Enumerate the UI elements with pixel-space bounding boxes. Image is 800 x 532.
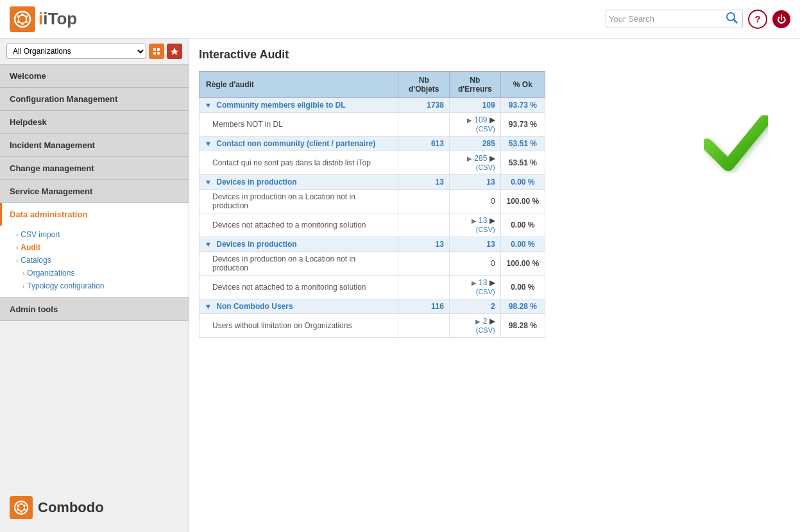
power-button[interactable]: ⏻ bbox=[772, 10, 790, 28]
org-selector: All Organizations bbox=[0, 38, 189, 65]
sub1-1-csv[interactable]: (CSV) bbox=[476, 125, 495, 133]
sidebar-welcome-header[interactable]: Welcome bbox=[0, 65, 189, 87]
sub-row-1-1: Members NOT in DL ▶ 109 ▶ (CSV) 93.73 % bbox=[200, 113, 545, 137]
sub2-1-link[interactable]: 285 bbox=[474, 154, 487, 163]
group5-toggle[interactable]: ▼ bbox=[205, 303, 212, 310]
svg-line-14 bbox=[734, 20, 737, 23]
sub4-2-csv[interactable]: (CSV) bbox=[476, 288, 495, 295]
org-icon-button-1[interactable] bbox=[149, 44, 164, 59]
group1-toggle[interactable]: ▼ bbox=[205, 101, 212, 109]
help-button[interactable]: ? bbox=[748, 10, 767, 29]
group4-label-cell: ▼ Devices in production bbox=[200, 237, 398, 252]
org-label: Organizations bbox=[27, 269, 74, 278]
group-row-3: ▼ Devices in production 13 13 0.00 % bbox=[200, 175, 545, 190]
sidebar-admin-tools-header[interactable]: Admin tools bbox=[0, 298, 189, 320]
sidebar-data-admin-header[interactable]: Data administration bbox=[0, 203, 189, 226]
sub-row-3-2: Devices not attached to a monitoring sol… bbox=[200, 213, 545, 237]
sub3-2-nb-erreurs: ▶ 13 ▶ (CSV) bbox=[449, 213, 500, 237]
group1-pct: 93.73 % bbox=[500, 98, 545, 113]
col-header-pct: % Ok bbox=[500, 72, 545, 98]
sub4-1-label: Devices in production on a Location not … bbox=[200, 252, 398, 276]
sidebar-item-organizations[interactable]: › Organizations bbox=[19, 267, 189, 279]
org-icon-button-2[interactable] bbox=[167, 44, 182, 59]
typo-arrow: › bbox=[22, 283, 24, 290]
sub4-2-link[interactable]: 13 bbox=[479, 278, 487, 287]
group4-label: Devices in production bbox=[216, 240, 296, 249]
sub-row-4-1: Devices in production on a Location not … bbox=[200, 252, 545, 276]
group4-toggle[interactable]: ▼ bbox=[205, 240, 212, 248]
search-input[interactable] bbox=[609, 14, 724, 24]
audit-label: Audit bbox=[21, 243, 40, 252]
sidebar-config-header[interactable]: Configuration Management bbox=[0, 88, 189, 110]
sidebar-section-welcome: Welcome bbox=[0, 65, 189, 88]
page-title: Interactive Audit bbox=[199, 48, 790, 62]
sub5-1-link[interactable]: 2 bbox=[483, 317, 488, 326]
sub3-2-nb-objets bbox=[398, 213, 449, 237]
sidebar-change-header[interactable]: Change management bbox=[0, 157, 189, 179]
combodo-logo-icon bbox=[10, 496, 33, 519]
sub3-2-csv[interactable]: (CSV) bbox=[476, 226, 495, 233]
svg-rect-15 bbox=[153, 48, 156, 51]
sub-row-2-1: Contact qui ne sont pas dans la distrib … bbox=[200, 151, 545, 175]
col-header-nb-erreurs: Nb d'Erreurs bbox=[449, 72, 500, 98]
combodo-logo-text: Combodo bbox=[38, 499, 104, 516]
sidebar-item-typology[interactable]: › Typology configuration bbox=[19, 279, 189, 292]
sidebar-helpdesk-header[interactable]: Helpdesk bbox=[0, 111, 189, 133]
group1-label-cell: ▼ Community members eligible to DL bbox=[200, 98, 398, 113]
group3-nb-objets: 13 bbox=[398, 175, 449, 190]
group-row-4: ▼ Devices in production 13 13 0.00 % bbox=[200, 237, 545, 252]
csv-import-arrow: › bbox=[16, 231, 18, 238]
sidebar-item-catalogs[interactable]: › Catalogs bbox=[13, 254, 189, 267]
sidebar-service-header[interactable]: Service Management bbox=[0, 180, 189, 203]
sub3-2-pct: 0.00 % bbox=[500, 213, 545, 237]
group5-nb-objets: 116 bbox=[398, 299, 449, 314]
org-select[interactable]: All Organizations bbox=[6, 44, 146, 59]
combodo-logo: Combodo bbox=[0, 490, 189, 526]
group3-toggle[interactable]: ▼ bbox=[205, 178, 212, 186]
svg-marker-19 bbox=[171, 47, 178, 55]
group5-nb-erreurs: 2 bbox=[449, 299, 500, 314]
sidebar-item-audit[interactable]: › Audit bbox=[13, 241, 189, 254]
sub2-1-csv[interactable]: (CSV) bbox=[476, 163, 495, 171]
svg-rect-18 bbox=[157, 52, 160, 54]
group-row-1: ▼ Community members eligible to DL 1738 … bbox=[200, 98, 545, 113]
sidebar-section-incident: Incident Management bbox=[0, 134, 189, 157]
sub3-1-nb-erreurs: 0 bbox=[449, 190, 500, 213]
org-arrow: › bbox=[22, 270, 24, 277]
sidebar-incident-header[interactable]: Incident Management bbox=[0, 134, 189, 156]
search-button[interactable] bbox=[724, 12, 740, 26]
svg-rect-16 bbox=[157, 48, 160, 51]
sub3-1-nb-objets bbox=[398, 190, 449, 213]
group5-label-cell: ▼ Non Combodo Users bbox=[200, 299, 398, 314]
logo-area: iiTop bbox=[10, 6, 77, 32]
sub4-2-nb-objets bbox=[398, 276, 449, 299]
sub3-1-label: Devices in production on a Location not … bbox=[200, 190, 398, 213]
search-wrapper bbox=[606, 10, 743, 28]
sub5-1-csv[interactable]: (CSV) bbox=[476, 326, 495, 334]
sub4-2-label: Devices not attached to a monitoring sol… bbox=[200, 276, 398, 299]
group5-pct: 98.28 % bbox=[500, 299, 545, 314]
group2-toggle[interactable]: ▼ bbox=[205, 140, 212, 147]
sub1-1-nb-objets bbox=[398, 113, 449, 137]
sidebar-item-csv-import[interactable]: › CSV import bbox=[13, 228, 189, 241]
sub3-2-link[interactable]: 13 bbox=[479, 216, 487, 225]
sub2-1-nb-objets bbox=[398, 151, 449, 175]
catalogs-arrow: › bbox=[16, 257, 18, 264]
sidebar-section-data-admin: Data administration › CSV import › Audit… bbox=[0, 203, 189, 298]
sub5-1-pct: 98.28 % bbox=[500, 314, 545, 338]
col-header-regle: Règle d'audit bbox=[200, 72, 398, 98]
sub2-1-pct: 53.51 % bbox=[500, 151, 545, 175]
csv-import-label: CSV import bbox=[21, 230, 60, 239]
group2-nb-objets: 613 bbox=[398, 137, 449, 151]
group2-pct: 53.51 % bbox=[500, 137, 545, 151]
sub-row-5-1: Users without limitation on Organization… bbox=[200, 314, 545, 338]
sub1-1-link[interactable]: 109 bbox=[474, 115, 487, 124]
sidebar-data-admin-sub: › CSV import › Audit › Catalogs › Organi… bbox=[0, 226, 189, 297]
group4-pct: 0.00 % bbox=[500, 237, 545, 252]
sub3-1-pct: 100.00 % bbox=[500, 190, 545, 213]
group1-label: Community members eligible to DL bbox=[216, 101, 345, 110]
catalogs-label: Catalogs bbox=[21, 256, 51, 265]
header: iiTop ? ⏻ bbox=[0, 0, 800, 38]
group1-nb-erreurs: 109 bbox=[449, 98, 500, 113]
group2-label: Contact non community (client / partenai… bbox=[216, 139, 375, 148]
